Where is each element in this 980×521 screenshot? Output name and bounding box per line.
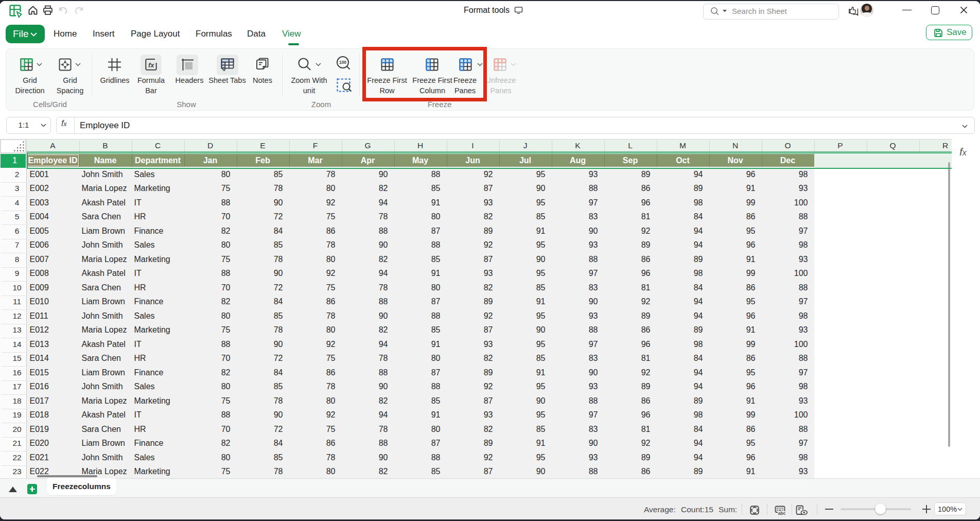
svg-text:fx: fx bbox=[148, 61, 154, 69]
svg-text:100: 100 bbox=[339, 60, 346, 65]
svg-text:abc: abc bbox=[778, 511, 786, 516]
